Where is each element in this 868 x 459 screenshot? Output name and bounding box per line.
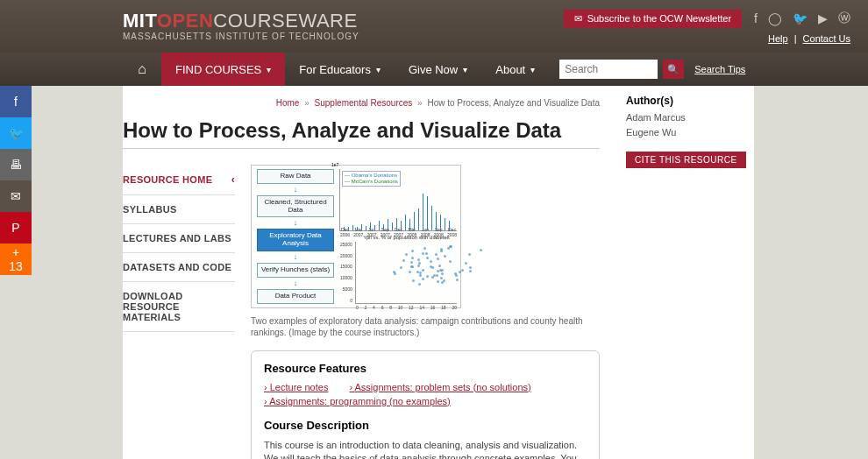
main-nav: ⌂ FIND COURSES ▾ For Educators ▾ Give No… <box>0 53 868 86</box>
logo-subtitle: MASSACHUSETTS INSTITUTE OF TECHNOLOGY <box>123 32 359 41</box>
page-title: How to Process, Analyze and Visualize Da… <box>123 118 600 149</box>
chart-legend: — Obama's Donations — McCain's Donations <box>342 171 401 187</box>
nav-educators-label: For Educators <box>299 63 371 76</box>
flow-step: Verify Hunches (stats) <box>257 263 334 278</box>
share-count: 13 <box>9 259 23 273</box>
search-tips-link[interactable]: Search Tips <box>694 64 745 74</box>
nav-about-label: About <box>495 63 525 76</box>
help-link[interactable]: Help <box>768 33 788 44</box>
nav-find-label: FIND COURSES <box>175 63 261 76</box>
leftnav-label: DATASETS AND CODE <box>123 262 231 272</box>
leftnav-download-materials[interactable]: DOWNLOAD RESOURCE MATERIALS <box>123 282 235 332</box>
arrow-down-icon: ↓ <box>294 253 298 261</box>
share-sidebar: f 🐦 🖶 ✉ P + 13 <box>0 86 32 275</box>
contact-link[interactable]: Contact Us <box>803 33 850 44</box>
feature-link-programming[interactable]: Assignments: programming (no examples) <box>264 396 451 406</box>
nav-give-label: Give Now <box>409 63 458 76</box>
chart2-title: Ypll vs. % of population with diabetes <box>356 235 457 240</box>
course-description-heading: Course Description <box>264 419 587 432</box>
nav-about[interactable]: About ▾ <box>481 53 549 86</box>
center-column: Raw Data ↓ Cleaned, Structured Data ↓ Ex… <box>251 152 600 459</box>
resource-features-box: Resource Features Lecture notes Assignme… <box>251 350 600 459</box>
chart1-ylabel: 1e7 <box>331 162 338 167</box>
breadcrumb: Home » Supplemental Resources » How to P… <box>123 95 600 111</box>
course-description-text: This course is an introduction to data c… <box>264 439 587 459</box>
chevron-down-icon: ▾ <box>530 65 535 74</box>
leftnav-syllabus[interactable]: SYLLABUS <box>123 195 235 224</box>
feature-link-problem-sets[interactable]: Assignments: problem sets (no solutions) <box>349 382 530 392</box>
newsletter-label: Subscribe to the OCW Newsletter <box>587 13 731 24</box>
cite-resource-button[interactable]: CITE THIS RESOURCE <box>626 152 746 168</box>
share-pinterest-icon[interactable]: P <box>0 212 32 244</box>
logo-open: OPEN <box>157 10 213 32</box>
arrow-down-icon: ↓ <box>294 219 298 227</box>
chevron-down-icon: ▾ <box>376 65 381 74</box>
chart-stack: — Obama's Donations — McCain's Donations… <box>339 169 457 304</box>
figure-caption: Two examples of exploratory data analysi… <box>251 315 600 338</box>
facebook-icon[interactable]: f <box>754 11 758 25</box>
author-name: Adam Marcus <box>626 110 754 125</box>
donations-chart: — Obama's Donations — McCain's Donations… <box>339 169 457 231</box>
nav-for-educators[interactable]: For Educators ▾ <box>285 53 395 86</box>
course-figure: Raw Data ↓ Cleaned, Structured Data ↓ Ex… <box>251 165 461 308</box>
feature-link-lecture-notes[interactable]: Lecture notes <box>264 382 328 392</box>
flow-step: Data Product <box>257 289 334 304</box>
breadcrumb-current: How to Process, Analyze and Visualize Da… <box>427 98 600 108</box>
help-links: Help | Contact Us <box>768 33 850 44</box>
flow-step: Cleaned, Structured Data <box>257 195 334 218</box>
breadcrumb-supplemental[interactable]: Supplemental Resources <box>315 98 413 108</box>
flowchart: Raw Data ↓ Cleaned, Structured Data ↓ Ex… <box>255 169 336 304</box>
social-links: f ◯ 🐦 ▶ ⓦ <box>754 11 850 26</box>
flow-step-highlighted: Exploratory Data Analysis <box>257 229 334 251</box>
search-button[interactable]: 🔍 <box>663 60 684 79</box>
home-icon[interactable]: ⌂ <box>123 53 161 86</box>
wordpress-icon[interactable]: ⓦ <box>838 11 850 26</box>
leftnav-label: SYLLABUS <box>123 204 177 215</box>
logo-courseware: COURSEWARE <box>213 10 357 32</box>
share-facebook-icon[interactable]: f <box>0 86 32 117</box>
right-sidebar: Author(s) Adam Marcus Eugene Wu CITE THI… <box>614 86 754 459</box>
share-email-icon[interactable]: ✉ <box>0 180 32 212</box>
nav-give-now[interactable]: Give Now ▾ <box>395 53 481 86</box>
twitter-icon[interactable]: 🐦 <box>793 11 808 25</box>
logo-mit: MIT <box>123 10 157 32</box>
leftnav-resource-home[interactable]: RESOURCE HOME ‹ <box>123 165 235 195</box>
flow-step: Raw Data <box>257 169 334 184</box>
features-heading: Resource Features <box>264 362 587 375</box>
main-content: Home » Supplemental Resources » How to P… <box>123 86 614 459</box>
leftnav-label: DOWNLOAD RESOURCE MATERIALS <box>123 291 235 322</box>
chevron-down-icon: ▾ <box>463 65 467 74</box>
share-twitter-icon[interactable]: 🐦 <box>0 117 32 149</box>
arrow-down-icon: ↓ <box>294 279 298 287</box>
mail-icon: ✉ <box>574 13 582 25</box>
youtube-icon[interactable]: ▶ <box>818 11 828 25</box>
top-header: MITOPENCOURSEWARE MASSACHUSETTS INSTITUT… <box>0 0 868 53</box>
chevron-left-icon: ‹ <box>231 173 235 186</box>
instagram-icon[interactable]: ◯ <box>768 11 782 25</box>
newsletter-subscribe-button[interactable]: ✉ Subscribe to the OCW Newsletter <box>564 10 742 28</box>
share-print-icon[interactable]: 🖶 <box>0 149 32 180</box>
search-icon: 🔍 <box>667 64 679 75</box>
legend-item: Obama's Donations <box>352 173 398 178</box>
chevron-down-icon: ▾ <box>267 65 271 74</box>
share-more-button[interactable]: + 13 <box>0 244 32 275</box>
leftnav-label: LECTURES AND LABS <box>123 233 231 244</box>
leftnav-lectures-labs[interactable]: LECTURES AND LABS <box>123 224 235 253</box>
search-input[interactable] <box>559 60 658 79</box>
legend-item: McCain's Donations <box>352 179 398 184</box>
authors-heading: Author(s) <box>626 95 754 107</box>
leftnav-label: RESOURCE HOME <box>123 174 212 185</box>
resource-left-nav: RESOURCE HOME ‹ SYLLABUS LECTURES AND LA… <box>123 152 235 459</box>
nav-find-courses[interactable]: FIND COURSES ▾ <box>161 53 285 86</box>
leftnav-datasets-code[interactable]: DATASETS AND CODE <box>123 253 235 282</box>
author-name: Eugene Wu <box>626 125 754 140</box>
breadcrumb-home[interactable]: Home <box>276 98 300 108</box>
scatter-chart: Ypll vs. % of population with diabetes 2… <box>355 242 457 304</box>
arrow-down-icon: ↓ <box>294 186 298 194</box>
site-logo[interactable]: MITOPENCOURSEWARE MASSACHUSETTS INSTITUT… <box>123 11 359 41</box>
plus-icon: + <box>12 245 19 259</box>
